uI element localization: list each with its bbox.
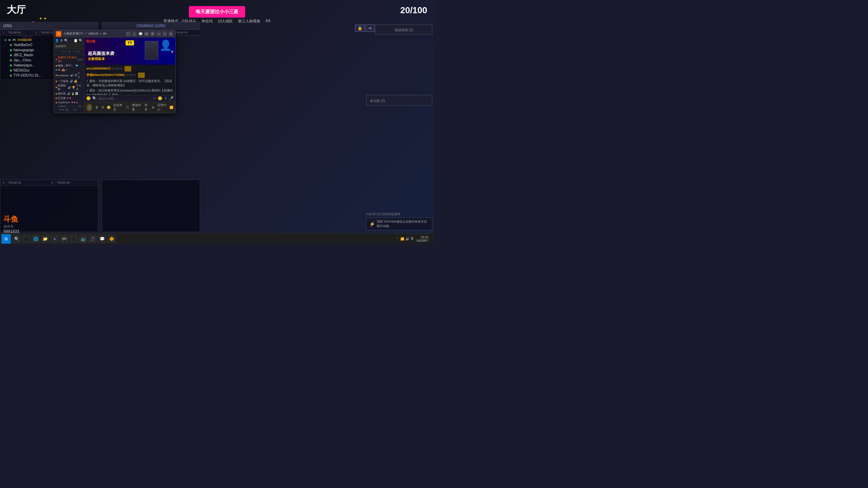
record-btn[interactable]: 录音 (144, 103, 149, 112)
chat-message: 李逍BikerGirl(2401772586) 22:39:37 (86, 73, 173, 78)
list-item[interactable]: 宝贝嘉 ♥ ♥ (55, 96, 83, 100)
yy-mode-bar: 自由模式 (54, 44, 84, 49)
yy-more-icon[interactable]: ⋯ (69, 39, 73, 42)
taskbar-edge[interactable]: 🌐 (31, 235, 40, 243)
lock-button[interactable]: 🔒 (355, 24, 364, 32)
channel-status-dot (56, 59, 57, 60)
lightning-icon: ⚡ (369, 221, 375, 227)
yy-chat-messages: an11(993829637) 22:39:28 李逍BikerGirl(240… (84, 65, 175, 95)
fire-line-text: 烈火线 (86, 39, 95, 44)
tray-icon-1[interactable]: ⌃ (396, 237, 399, 241)
mic-btn[interactable]: 🎙 (95, 105, 99, 109)
player-status-dot (8, 39, 11, 41)
mic-icon[interactable]: 🎤 (169, 96, 174, 101)
yy-search2-icon[interactable]: 🔍 (79, 39, 83, 42)
yy-game-btn[interactable]: 🎮 (144, 32, 149, 36)
emoji-icon[interactable]: 😊 (86, 96, 91, 101)
list-item[interactable]: 欧姆朝朝 🔊 🏆 节目效 (55, 83, 83, 92)
emoji-picker-icon[interactable]: 🙂 (158, 96, 162, 101)
yy-streaming-window[interactable]: F 小新的开黑YY YY 348131 ★ 49 ⛶ ⌂ 💬 🎮 ⚙ — □ ✕… (54, 30, 176, 113)
free-speech-btn[interactable]: 自由发言 (113, 103, 123, 112)
yy-add-icon[interactable]: 📋 (74, 39, 78, 42)
enter-chat-hint: ⚡ 请按下ENTER键或点击聊天框来开启聊天功能。 (366, 218, 432, 230)
yy-titlebar[interactable]: F 小新的开黑YY YY 348131 ★ 49 ⛶ ⌂ 💬 🎮 ⚙ — □ ✕ (54, 30, 175, 38)
list-item[interactable]: all 📤 ? (55, 68, 83, 72)
yy-stream-title: 小新的开黑YY YY 348131 ★ 49 (63, 32, 124, 36)
taskbar-explorer[interactable]: 📁 (41, 235, 50, 243)
taskbar-app3[interactable]: 💬 (98, 235, 106, 243)
notice-message: ℹ 通知：当前频道的模式是 自由模式，你可以随意发言。【高音质，网络带宽占用稍有… (86, 79, 173, 87)
yy-sidebar-bottom: ： /●-●\ 网 ： (1) (54, 107, 84, 113)
player-status-dot (10, 69, 12, 72)
player-status-dot (10, 75, 12, 77)
yy-channel-list[interactable]: 直播间【非请勿进】 (22) 她她（鸽子） 🐦 ··· all 📤 ? (54, 55, 84, 107)
more-icon[interactable]: ▼ (164, 96, 167, 101)
yy-avatar: F (56, 31, 61, 37)
play-btn[interactable]: 播放样素 (132, 103, 141, 112)
channel-status-dot (56, 102, 57, 103)
taskbar-app4[interactable]: 🔶 (107, 235, 116, 243)
list-item[interactable]: 一只猛龙 🔊 💰 (55, 79, 83, 83)
taskbar-items: 🔍 ⊡ 🌐 📁 ● 🎮 ⚔ 📺 🎵 💬 🔶 (12, 235, 116, 243)
spectate-panel: 观战视角 (0) (375, 24, 432, 35)
tray-icon-network[interactable]: 📶 (400, 237, 404, 241)
channel-status-dot (56, 69, 57, 70)
taskbar-game2[interactable]: ⚔ (69, 235, 78, 243)
start-button[interactable]: ⊞ (1, 234, 11, 244)
yy-sidebar-toolbar: 👤 ⚙ 🔍 ⋯ 📋 🔍 (54, 38, 84, 44)
taskbar: ⊞ 🔍 ⊡ 🌐 📁 ● 🎮 ⚔ 📺 🎵 💬 🔶 ⌃ 📶 🔊 英 23:15 20… (0, 233, 434, 244)
face-btn[interactable]: 😊 (107, 106, 111, 109)
msg-icon (138, 73, 145, 78)
yy-chat-btn[interactable]: 💬 (138, 32, 143, 36)
list-item[interactable]: imxiaoxin 🔊 🖼 不会 (55, 72, 83, 79)
top-score: 20/100 (400, 5, 427, 16)
bottom-teams-header: 4 TEAM #4 5 TEAM #5 (0, 180, 98, 186)
yy-main-panel: 👤 ⚙ 🔍 ⋯ 📋 🔍 自由模式 ： 一八八 黑 ··· (22) (54, 38, 175, 113)
list-item[interactable]: 康乔凤 🔊 🏅 🅻 (55, 92, 83, 96)
mic-settings-btn[interactable]: ⚙ (101, 106, 104, 109)
yy-fullscreen-btn[interactable]: ⛶ (126, 32, 131, 36)
yy-chat-input[interactable] (98, 97, 152, 100)
list-item[interactable]: 她她（鸽子） 🐦 ··· (55, 63, 83, 68)
yy-home-btn[interactable]: ⌂ (132, 32, 137, 36)
yy-video-title: 超高颜值来袭 全新猎狐者 (88, 50, 114, 61)
taskbar-app1[interactable]: 📺 (79, 235, 87, 243)
yy-search-icon[interactable]: 🔍 (64, 39, 68, 42)
player-status-dot (10, 64, 12, 66)
taskbar-game1[interactable]: 🎮 (60, 235, 68, 243)
user-avatar-small: 👤 (86, 104, 92, 111)
yy-sidebar: 👤 ⚙ 🔍 ⋯ 📋 🔍 自由模式 ： 一八八 黑 ··· (22) (54, 38, 84, 113)
taskbar-task-view[interactable]: ⊡ (22, 235, 31, 243)
bottom-right-teams (102, 180, 200, 232)
yy-minimize-btn[interactable]: — (156, 32, 161, 36)
system-tray: ⌃ 📶 🔊 英 (396, 237, 414, 241)
yy-input-bar[interactable]: 😊 🔍 ↵ 🙂 ▼ 🎤 (84, 95, 175, 102)
signal-icon: 📶 (170, 106, 173, 109)
taskbar-app2[interactable]: 🎵 (88, 235, 97, 243)
yy-window-controls: ⛶ ⌂ 💬 🎮 ⚙ — □ ✕ (126, 32, 173, 36)
yy-close-btn[interactable]: ✕ (169, 32, 173, 36)
channel-status-dot (56, 87, 57, 88)
enter-chat-text: 请按下ENTER键或点击聊天框来开启聊天功能。 (377, 220, 429, 228)
channel-status-dot (56, 98, 57, 99)
search-input-icon[interactable]: 🔍 (92, 96, 97, 101)
channel-status-dot (56, 81, 57, 82)
channel-status-dot (56, 93, 57, 95)
yy-settings-icon[interactable]: ⚙ (60, 39, 63, 42)
yy-maximize-btn[interactable]: □ (162, 32, 167, 36)
app-center-icon[interactable]: ⊞ (152, 106, 155, 109)
arrow-button[interactable]: ➔ (365, 24, 375, 32)
list-item[interactable]: 直播间【非请勿进】 (22) (55, 55, 83, 63)
yy-profile-icon[interactable]: 👤 (55, 39, 59, 42)
msg-icon (124, 66, 131, 72)
enter-icon[interactable]: ↵ (153, 96, 156, 101)
scroll-up-icon[interactable]: ▲ (170, 49, 174, 54)
yy-settings-btn[interactable]: ⚙ (150, 32, 155, 36)
game-submode-text: 米拉玛 (201, 19, 213, 24)
taskbar-chrome[interactable]: ● (50, 235, 59, 243)
tray-icon-volume[interactable]: 🔊 (406, 237, 409, 241)
taskbar-search[interactable]: 🔍 (12, 235, 21, 243)
list-item[interactable]: 小300TwT ♥ ♥ 从 (55, 100, 83, 105)
taskbar-clock: 23:15 2023/9/7 (416, 236, 428, 242)
mech-image (145, 41, 158, 60)
